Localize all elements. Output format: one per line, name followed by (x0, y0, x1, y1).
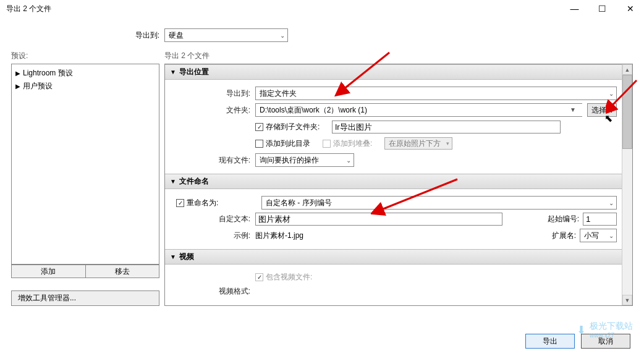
custom-text-input[interactable] (255, 213, 502, 226)
checkbox-icon (255, 273, 263, 281)
export-to-value: 硬盘 (169, 30, 184, 41)
window-controls: — ☐ ✕ (561, 0, 644, 17)
maximize-button[interactable]: ☐ (588, 0, 616, 17)
remove-preset-button[interactable]: 移去 (85, 265, 160, 278)
save-subfolder-checkbox[interactable]: 存储到子文件夹: (255, 122, 320, 132)
chevron-down-icon: ⌄ (609, 200, 614, 206)
include-video-label: 包含视频文件: (266, 272, 312, 282)
watermark: ⬇ 极光下载站 www.x27 (577, 321, 633, 339)
chevron-down-icon: ⌄ (346, 157, 351, 164)
add-directory-checkbox[interactable]: 添加到此目录 (255, 138, 310, 149)
section-export-location[interactable]: ▼ 导出位置 (165, 64, 622, 80)
export-to-select[interactable]: 硬盘 ⌄ (164, 28, 288, 42)
preset-lightroom[interactable]: ▶ Lightroom 预设 (14, 67, 156, 80)
existing-label: 现有文件: (170, 155, 250, 166)
watermark-text: 极光下载站 (590, 321, 633, 332)
section-title: 文件命名 (179, 176, 209, 187)
destination-value: 指定文件夹 (260, 88, 297, 99)
add-stack-checkbox: 添加到堆叠: (323, 138, 372, 149)
folder-path-display[interactable]: D:\tools\桌面\work（2）\work (1) ▼ (255, 103, 582, 117)
section-title: 导出位置 (179, 67, 209, 77)
checkbox-icon (255, 140, 263, 148)
preset-user[interactable]: ▶ 用户预设 (14, 80, 156, 93)
vertical-scrollbar[interactable]: ▲ ▼ (622, 64, 632, 305)
chevron-down-icon: ⌄ (280, 32, 285, 39)
preset-item-label: 用户预设 (23, 81, 53, 91)
triangle-down-icon: ▼ (170, 253, 176, 260)
include-video-checkbox: 包含视频文件: (255, 272, 312, 282)
extension-value: 小写 (584, 231, 599, 241)
example-label: 示例: (170, 231, 250, 241)
presets-list[interactable]: ▶ Lightroom 预设 ▶ 用户预设 (11, 64, 159, 265)
checkbox-icon (323, 140, 331, 148)
close-button[interactable]: ✕ (616, 0, 644, 17)
chevron-down-icon: ⌄ (609, 90, 614, 97)
rename-template-select[interactable]: 自定名称 - 序列编号 ⌄ (261, 196, 617, 210)
plugin-manager-button[interactable]: 增效工具管理器... (11, 290, 159, 306)
example-value: 图片素材-1.jpg (255, 231, 303, 241)
download-icon: ⬇ (577, 323, 586, 337)
destination-select[interactable]: 指定文件夹 ⌄ (255, 87, 617, 100)
triangle-down-icon: ▼ (170, 178, 176, 185)
start-number-label: 起始编号: (548, 214, 579, 224)
existing-value: 询问要执行的操作 (260, 155, 319, 166)
triangle-right-icon: ▶ (15, 70, 20, 77)
folder-label: 文件夹: (170, 105, 250, 116)
scroll-thumb[interactable] (622, 75, 632, 149)
window-title: 导出 2 个文件 (6, 4, 51, 14)
scroll-down-button[interactable]: ▼ (622, 295, 632, 305)
stack-position-select: 在原始照片下方 (384, 137, 452, 150)
start-number-input[interactable] (583, 213, 617, 226)
section-file-naming[interactable]: ▼ 文件命名 (165, 174, 622, 189)
add-stack-label: 添加到堆叠: (333, 138, 372, 149)
minimize-button[interactable]: — (561, 0, 588, 17)
rename-label: 重命名为: (187, 198, 218, 208)
checkbox-icon (176, 199, 184, 207)
custom-text-label: 自定文本: (170, 214, 250, 224)
dest-label: 导出到: (170, 88, 250, 99)
preset-item-label: Lightroom 预设 (23, 68, 73, 78)
subfolder-input[interactable] (332, 121, 561, 134)
chevron-down-icon: ⌄ (609, 232, 614, 239)
save-subfolder-label: 存储到子文件夹: (266, 122, 320, 132)
export-button[interactable]: 导出 (525, 334, 575, 349)
folder-path: D:\tools\桌面\work（2）\work (1) (260, 104, 367, 116)
export-to-label: 导出到: (11, 30, 159, 41)
add-directory-label: 添加到此目录 (266, 138, 310, 149)
add-preset-button[interactable]: 添加 (11, 265, 85, 278)
scroll-track[interactable] (622, 75, 632, 295)
section-title: 视频 (179, 252, 194, 262)
extension-label: 扩展名: (552, 231, 576, 241)
presets-header: 预设: (11, 51, 159, 61)
triangle-down-icon: ▼ (170, 69, 176, 75)
section-video[interactable]: ▼ 视频 (165, 249, 622, 265)
export-count-header: 导出 2 个文件 (164, 51, 633, 61)
caret-down-icon: ▼ (570, 104, 576, 116)
extension-case-select[interactable]: 小写 ⌄ (580, 229, 617, 242)
existing-file-select[interactable]: 询问要执行的操作 ⌄ (255, 153, 354, 167)
scroll-up-button[interactable]: ▲ (622, 64, 632, 75)
rename-value: 自定名称 - 序列编号 (266, 198, 332, 208)
checkbox-icon (255, 123, 263, 131)
video-format-label: 视频格式: (170, 286, 250, 297)
choose-folder-button[interactable]: 选择... (587, 103, 617, 117)
triangle-right-icon: ▶ (15, 83, 20, 90)
rename-checkbox[interactable]: 重命名为: (176, 198, 256, 208)
watermark-url: www.x27 (590, 332, 633, 339)
